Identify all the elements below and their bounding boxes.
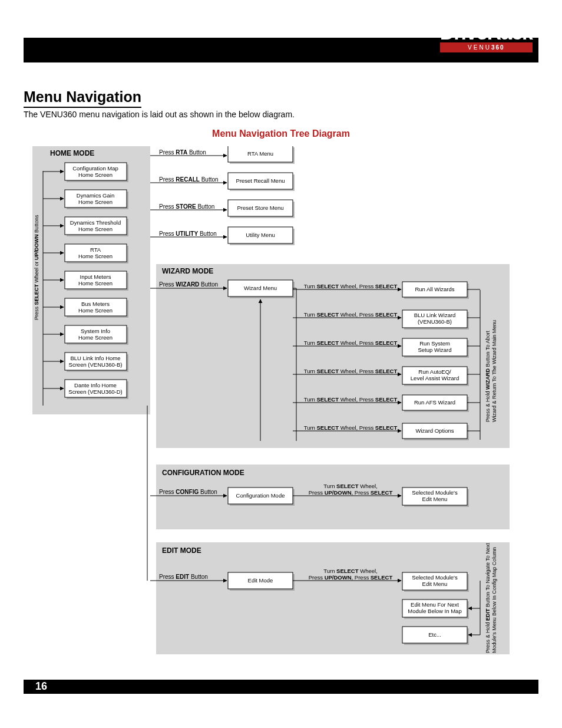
edit-next-label: Edit Menu For NextModule Below In Map: [408, 601, 461, 614]
svg-text:Press UP/DOWN, Press SELECT: Press UP/DOWN, Press SELECT: [309, 489, 393, 496]
svg-text:Configuration MapHome Screen: Configuration MapHome Screen: [72, 165, 118, 178]
brand-logo: DriveRack VENU360: [440, 24, 533, 52]
svg-text:Press SELECT Wheel or UP/DOWN : Press SELECT Wheel or UP/DOWN Buttons: [34, 215, 39, 320]
press-button-label: Press STORE Button: [159, 203, 214, 210]
page-number: 16: [35, 680, 47, 693]
wizard-side-label: Press & Hold WIZARD Button To Abort Wiza…: [485, 320, 497, 422]
wizard-menu-label: Wizard Menu: [244, 285, 277, 291]
svg-text:Preset Recall Menu: Preset Recall Menu: [236, 177, 285, 184]
press-button-label: Press RTA Button: [159, 149, 206, 156]
wizard-action-label: Turn SELECT Wheel, Press SELECT: [304, 311, 398, 318]
svg-text:Wizard & Return To The Wizard : Wizard & Return To The Wizard Main Menu: [491, 320, 497, 422]
brand-subtitle: VENU360: [440, 42, 533, 52]
wizard-action-label: Turn SELECT Wheel, Press SELECT: [304, 368, 398, 374]
svg-text:Preset Store Menu: Preset Store Menu: [237, 205, 283, 211]
svg-text:Utility Menu: Utility Menu: [246, 232, 275, 238]
press-wizard-label: Press WIZARD Button: [159, 281, 218, 288]
edit-menu-label: Edit Mode: [248, 577, 273, 584]
svg-text:Wizard Options: Wizard Options: [416, 427, 454, 434]
svg-text:System InfoHome Screen: System InfoHome Screen: [78, 328, 113, 341]
edit-side-label: Press & Hold EDIT Button To Navigate To …: [485, 543, 497, 653]
edit-etc-label: Etc...: [428, 631, 441, 638]
menu-tree-diagram: HOME MODE Press SELECT Wheel or UP/DOWN …: [32, 146, 527, 665]
config-menu-label: Configuration Mode: [236, 492, 285, 499]
page: DriveRack VENU360 Menu Navigation The VE…: [0, 0, 562, 728]
wizard-action-label: Turn SELECT Wheel, Press SELECT: [304, 396, 398, 403]
edit-action-label: Turn SELECT Wheel,: [323, 568, 378, 574]
home-mode-title: HOME MODE: [50, 149, 94, 157]
home-side-label: Press SELECT Wheel or UP/DOWN Buttons: [34, 215, 39, 320]
svg-text:Press & Hold EDIT Button To Na: Press & Hold EDIT Button To Navigate To …: [485, 543, 491, 653]
wizard-mode-title: WIZARD MODE: [162, 267, 213, 275]
footer-bar: [24, 680, 538, 694]
svg-text:Module's Menu Below In Config : Module's Menu Below In Config Map Column: [491, 547, 497, 653]
tree-title: Menu Navigation Tree Diagram: [0, 129, 562, 139]
svg-text:BLU Link Wizard(VENU360-B): BLU Link Wizard(VENU360-B): [414, 312, 456, 325]
press-button-label: Press RECALL Button: [159, 176, 219, 183]
svg-text:Run All Wizards: Run All Wizards: [415, 286, 454, 292]
press-config-label: Press CONFIG Button: [159, 489, 217, 495]
svg-text:Press UP/DOWN, Press SELECT: Press UP/DOWN, Press SELECT: [309, 574, 393, 581]
edit-mode-title: EDIT MODE: [162, 546, 201, 555]
svg-text:BLU Link Info HomeScreen (VENU: BLU Link Info HomeScreen (VENU360-B): [69, 355, 123, 368]
intro-text: The VENU360 menu navigation is laid out …: [24, 110, 295, 119]
svg-text:Dynamics GainHome Screen: Dynamics GainHome Screen: [77, 192, 114, 205]
brand-name: DriveRack: [440, 24, 533, 41]
svg-text:Input MetersHome Screen: Input MetersHome Screen: [78, 274, 113, 286]
press-button-label: Press UTILITY Button: [159, 230, 217, 237]
svg-text:Run AFS Wizard: Run AFS Wizard: [414, 399, 455, 406]
svg-text:Bus MetersHome Screen: Bus MetersHome Screen: [78, 301, 113, 314]
svg-text:Dante Info HomeScreen (VENU360: Dante Info HomeScreen (VENU360-D): [68, 382, 122, 395]
config-mode-title: CONFIGURATION MODE: [162, 469, 244, 477]
press-edit-label: Press EDIT Button: [159, 574, 208, 580]
svg-text:Run SystemSetup Wizard: Run SystemSetup Wizard: [418, 340, 451, 353]
wizard-action-label: Turn SELECT Wheel, Press SELECT: [304, 283, 398, 289]
wizard-action-label: Turn SELECT Wheel, Press SELECT: [304, 340, 398, 346]
config-action-label: Turn SELECT Wheel,: [323, 483, 378, 489]
wizard-action-label: Turn SELECT Wheel, Press SELECT: [304, 424, 398, 431]
svg-text:RTA Menu: RTA Menu: [247, 150, 273, 157]
svg-text:Press & Hold WIZARD Button To : Press & Hold WIZARD Button To Abort: [485, 331, 491, 422]
section-title: Menu Navigation: [24, 88, 141, 108]
